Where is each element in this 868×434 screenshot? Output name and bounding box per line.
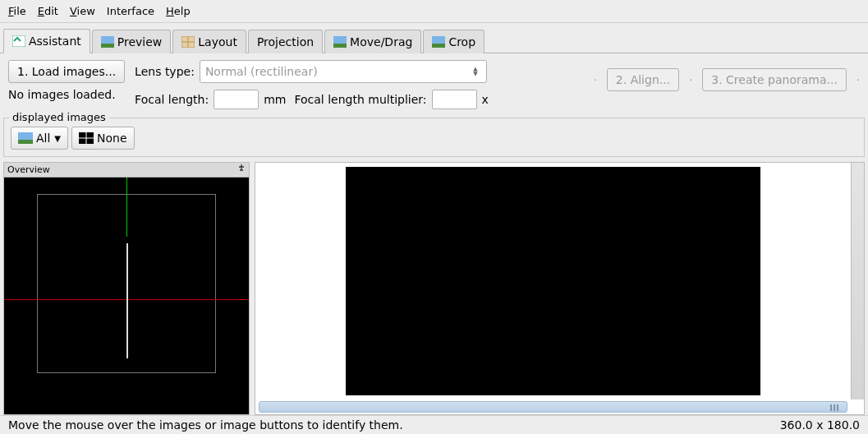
- preview-icon: [101, 36, 114, 48]
- dropdown-arrow-icon: ▼: [54, 134, 61, 143]
- preview-black-area: [346, 167, 760, 395]
- status-bar: Move the mouse over the images or image …: [0, 415, 868, 434]
- separator-dot: ·: [689, 74, 692, 86]
- lens-type-label: Lens type:: [135, 65, 195, 78]
- lens-type-combo[interactable]: Normal (rectilinear) ▲▼: [200, 60, 487, 83]
- tab-crop[interactable]: Crop: [423, 30, 485, 53]
- split-view: Overview: [0, 162, 868, 415]
- focal-length-label: Focal length:: [135, 93, 209, 106]
- overview-panel: Overview: [3, 162, 250, 415]
- tab-projection[interactable]: Projection: [248, 30, 323, 53]
- tab-strip: Assistant Preview Layout Projection Move…: [0, 23, 868, 53]
- preview-canvas[interactable]: [255, 163, 851, 399]
- svg-rect-6: [333, 36, 347, 44]
- overview-title: Overview: [7, 164, 50, 175]
- svg-rect-10: [18, 132, 33, 140]
- menu-view[interactable]: View: [70, 5, 95, 17]
- overview-header: Overview: [4, 163, 249, 178]
- menu-help[interactable]: Help: [166, 5, 191, 17]
- svg-rect-9: [432, 44, 445, 48]
- tab-label: Preview: [117, 35, 163, 48]
- preview-canvas-wrap: [255, 162, 865, 415]
- tab-preview[interactable]: Preview: [92, 30, 172, 53]
- svg-rect-7: [333, 44, 347, 48]
- assistant-panel: 1. Load images... No images loaded. Lens…: [0, 53, 868, 114]
- tab-label: Layout: [198, 35, 237, 48]
- pin-icon[interactable]: [237, 164, 246, 175]
- none-label: None: [97, 132, 127, 145]
- svg-rect-11: [18, 140, 33, 144]
- x-label: x: [482, 93, 489, 106]
- all-button[interactable]: All▼: [11, 127, 68, 150]
- no-images-label: No images loaded.: [8, 88, 116, 101]
- menubar: File Edit View Interface Help: [0, 0, 868, 23]
- crop-icon: [432, 36, 445, 48]
- load-images-button[interactable]: 1. Load images...: [8, 60, 125, 83]
- align-button[interactable]: 2. Align...: [607, 68, 679, 91]
- create-panorama-button[interactable]: 3. Create panorama...: [702, 68, 847, 91]
- menu-edit[interactable]: Edit: [38, 5, 58, 17]
- tab-assistant[interactable]: Assistant: [3, 29, 90, 53]
- menu-interface[interactable]: Interface: [107, 5, 154, 17]
- tab-layout[interactable]: Layout: [172, 30, 246, 53]
- focal-length-input[interactable]: [214, 90, 259, 109]
- tab-label: Move/Drag: [350, 35, 412, 48]
- tab-label: Projection: [257, 35, 314, 48]
- menu-file[interactable]: File: [8, 5, 26, 17]
- displayed-images-group: displayed images All▼ None: [3, 118, 865, 157]
- overview-canvas[interactable]: [4, 178, 249, 414]
- status-dimensions: 360.0 x 180.0: [780, 418, 860, 432]
- horizontal-scrollbar[interactable]: [259, 401, 847, 413]
- separator-dot: ·: [594, 74, 597, 86]
- separator-dot: ·: [857, 74, 860, 86]
- displayed-images-label: displayed images: [9, 111, 109, 123]
- lens-type-value: Normal (rectilinear): [205, 65, 318, 78]
- movedrag-icon: [333, 36, 347, 48]
- vertical-scrollbar[interactable]: [851, 163, 864, 399]
- tab-movedrag[interactable]: Move/Drag: [324, 30, 421, 53]
- svg-rect-1: [101, 36, 114, 44]
- focal-mult-label: Focal length multiplier:: [294, 93, 426, 106]
- combo-spinner-icon: ▲▼: [470, 67, 481, 76]
- scrollbar-grip-icon: [830, 404, 842, 411]
- svg-rect-2: [101, 44, 114, 48]
- none-button[interactable]: None: [71, 127, 135, 150]
- mm-label: mm: [264, 93, 286, 106]
- landscape-icon: [18, 132, 33, 144]
- focal-mult-input[interactable]: [432, 90, 477, 109]
- grid-icon: [79, 132, 94, 144]
- svg-rect-8: [432, 36, 445, 44]
- tab-label: Assistant: [29, 35, 81, 48]
- tab-label: Crop: [448, 35, 475, 48]
- assistant-icon: [12, 35, 25, 47]
- layout-icon: [181, 36, 195, 48]
- status-hint: Move the mouse over the images or image …: [8, 418, 403, 432]
- all-label: All: [36, 132, 50, 145]
